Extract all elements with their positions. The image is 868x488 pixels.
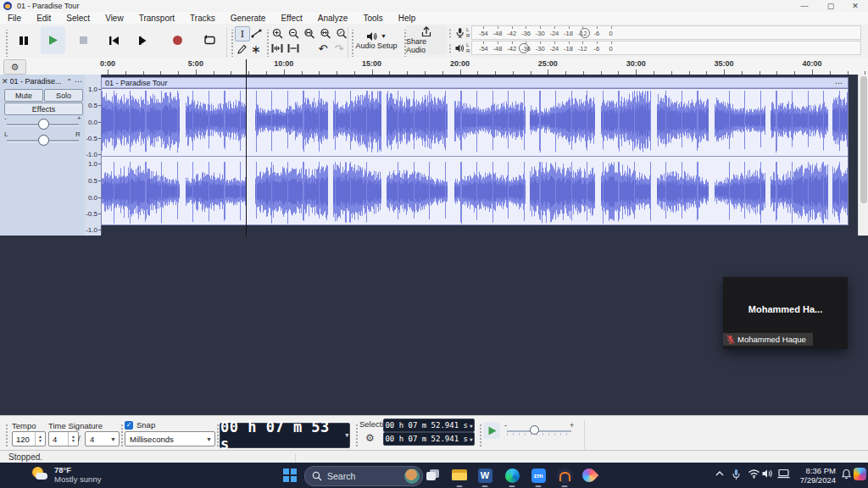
scrollbar-thumb[interactable] <box>860 76 867 203</box>
solo-button[interactable]: Solo <box>44 89 83 102</box>
track-menu-icon[interactable]: ⋯ <box>75 77 83 86</box>
clip-header[interactable]: 01 - Paradise Tour ⋯ <box>101 77 849 88</box>
play-at-speed-button[interactable] <box>483 422 500 439</box>
taskbar-weather-widget[interactable]: 78°F Mostly sunny <box>31 465 101 484</box>
audacity-taskbar-button[interactable] <box>554 465 575 485</box>
snap-label: Snap <box>136 420 155 430</box>
recording-meter-bar[interactable]: -54-48-42-36-30-24-18-12-60 <box>471 25 861 40</box>
close-button[interactable]: ✕ <box>844 0 866 12</box>
copilot-icon[interactable] <box>854 468 866 480</box>
tray-speaker-icon[interactable] <box>762 469 774 479</box>
tempo-spinner[interactable]: ▲▼ <box>35 432 45 446</box>
menu-tools[interactable]: Tools <box>355 14 390 23</box>
selection-options-gear-icon[interactable]: ⚙ <box>365 432 375 444</box>
record-button[interactable] <box>165 26 190 54</box>
waveform-canvas[interactable] <box>101 88 849 225</box>
zoom-out-button[interactable] <box>287 26 300 40</box>
undo-button[interactable]: ↶ <box>316 42 330 55</box>
fit-project-button[interactable] <box>319 26 332 40</box>
skip-to-end-button[interactable] <box>132 26 157 54</box>
menu-effect[interactable]: Effect <box>273 14 309 23</box>
zoom-in-button[interactable] <box>270 26 284 40</box>
selection-end-field[interactable]: 00 h 07 m 52.941 s▼ <box>383 432 475 446</box>
selection-start-field[interactable]: 00 h 07 m 52.941 s▼ <box>383 419 475 432</box>
play-button[interactable] <box>41 26 65 54</box>
taskbar-clock[interactable]: 8:36 PM 7/29/2024 <box>793 466 836 485</box>
timeline-options-button[interactable]: ⚙ <box>3 59 26 75</box>
recording-meter-grip[interactable] <box>448 28 453 39</box>
gain-slider-thumb[interactable] <box>38 119 49 130</box>
skip-to-start-button[interactable] <box>102 26 126 54</box>
task-view-button[interactable] <box>423 465 443 485</box>
vertical-scale-ruler[interactable]: 1.00.50.0-0.5-1.01.00.50.0-0.5-1.0 <box>85 75 102 236</box>
effects-button[interactable]: Effects <box>4 103 83 115</box>
pan-slider-thumb[interactable] <box>38 135 49 146</box>
multi-tool-button[interactable]: ∗ <box>249 42 263 56</box>
audio-position-display[interactable]: 00 h 07 m 53 s▼ <box>220 423 350 448</box>
track-control-panel[interactable]: ✕ 01 - Paradise... ⌃ ⋯ Mute Solo Effects… <box>0 75 86 236</box>
audio-setup-button[interactable]: ▼ Audio Setup <box>354 25 398 55</box>
clip-menu-icon[interactable]: ⋯ <box>835 79 843 87</box>
file-explorer-button[interactable] <box>449 465 470 485</box>
time-signature-upper-input[interactable]: 4▲▼ <box>48 431 79 446</box>
minimize-button[interactable]: — <box>793 0 815 12</box>
word-button[interactable]: W <box>475 465 495 485</box>
silence-audio-button[interactable] <box>287 42 300 55</box>
speed-slider-thumb[interactable] <box>530 425 539 435</box>
track-title[interactable]: 01 - Paradise... <box>10 77 66 86</box>
track-close-icon[interactable]: ✕ <box>2 77 8 86</box>
track-collapse-icon[interactable]: ⌃ <box>66 78 72 86</box>
edge-button[interactable] <box>502 465 522 485</box>
playback-meter-grip[interactable] <box>448 43 453 54</box>
snap-mode-select[interactable]: Milliseconds▼ <box>125 431 215 446</box>
snap-checkbox[interactable]: ✓ <box>125 421 133 430</box>
envelope-tool-button[interactable] <box>249 26 263 40</box>
zoom-toggle-button[interactable] <box>335 26 348 40</box>
tray-microphone-icon[interactable] <box>732 469 741 480</box>
draw-tool-button[interactable] <box>235 42 248 56</box>
menu-file[interactable]: File <box>0 14 29 23</box>
time-toolbar-grip[interactable] <box>4 424 9 447</box>
menu-analyze[interactable]: Analyze <box>310 14 356 23</box>
paint-button[interactable] <box>579 465 599 485</box>
envelope-tool-icon <box>251 29 262 38</box>
menu-transport[interactable]: Transport <box>131 14 182 23</box>
share-audio-button[interactable]: Share Audio <box>406 25 447 55</box>
menu-edit[interactable]: Edit <box>29 14 58 23</box>
menu-help[interactable]: Help <box>391 14 424 23</box>
zoom-participant-overlay[interactable]: Mohammed Ha... Mohammed Haque <box>723 277 848 349</box>
time-sig-spinner[interactable]: ▲▼ <box>68 432 78 446</box>
loop-button[interactable] <box>198 26 222 54</box>
mute-button[interactable]: Mute <box>4 89 43 102</box>
maximize-button[interactable]: ▢ <box>820 0 842 12</box>
caret-down-icon: ▼ <box>381 33 387 39</box>
menu-tracks[interactable]: Tracks <box>182 14 223 23</box>
pause-button[interactable] <box>11 26 36 54</box>
tray-wifi-icon[interactable] <box>748 469 760 479</box>
tray-chevron-up-icon[interactable] <box>715 469 725 479</box>
trim-audio-button[interactable] <box>270 42 284 55</box>
notification-bell-icon[interactable] <box>841 469 852 480</box>
menu-generate[interactable]: Generate <box>223 14 274 23</box>
timeline-ruler[interactable]: 0:005:0010:0015:0020:0025:0030:0035:0040… <box>101 58 868 75</box>
selection-tool-button[interactable]: I <box>235 26 250 42</box>
fit-selection-button[interactable] <box>303 26 316 40</box>
transport-grip[interactable] <box>4 30 9 57</box>
start-button[interactable] <box>280 465 300 485</box>
microphone-icon[interactable] <box>455 27 465 38</box>
zoom-out-icon <box>288 28 299 39</box>
menu-select[interactable]: Select <box>58 14 97 23</box>
zoom-in-icon <box>272 28 283 39</box>
redo-button[interactable]: ↷ <box>332 42 346 55</box>
tempo-input[interactable]: 120▲▼ <box>12 431 46 446</box>
playback-speaker-icon[interactable] <box>455 43 465 53</box>
audacity-window: 01 - Paradise Tour — ▢ ✕ FileEditSelectV… <box>0 0 868 488</box>
zoom-app-button[interactable]: zm <box>528 465 548 485</box>
menu-view[interactable]: View <box>97 14 131 23</box>
silence-icon <box>287 43 299 53</box>
stop-button[interactable] <box>71 26 96 54</box>
time-signature-lower-select[interactable]: 4▼ <box>85 431 120 446</box>
tray-device-icon[interactable] <box>777 469 790 479</box>
playback-meter-bar[interactable]: -54-48-42-36-30-24-18-12-60 <box>471 41 861 55</box>
search-box[interactable]: Search <box>304 466 423 486</box>
